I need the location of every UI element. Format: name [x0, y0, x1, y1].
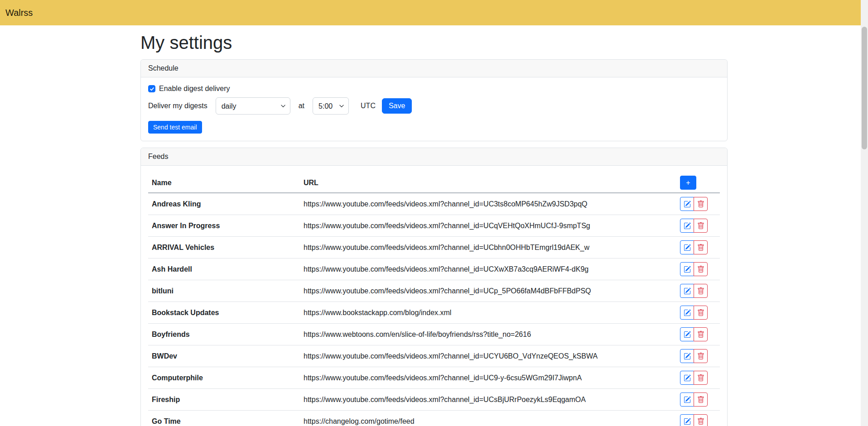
save-button[interactable]: Save — [382, 98, 412, 114]
table-row: BWDev https://www.youtube.com/feeds/vide… — [148, 345, 720, 367]
feed-actions-group — [680, 284, 708, 298]
send-test-email-button[interactable]: Send test email — [148, 121, 202, 134]
table-row: Answer In Progress https://www.youtube.c… — [148, 215, 720, 237]
delete-feed-button[interactable] — [694, 414, 708, 426]
enable-digest-row: Enable digest delivery — [148, 85, 720, 93]
time-select[interactable]: 5:00 — [313, 97, 349, 115]
feed-name: Bookstack Updates — [148, 302, 300, 324]
feed-name: Fireship — [148, 389, 300, 411]
edit-feed-button[interactable] — [680, 392, 694, 407]
feed-actions-group — [680, 392, 708, 407]
pencil-square-icon — [684, 396, 691, 403]
edit-feed-button[interactable] — [680, 240, 694, 254]
feeds-card: Feeds Name URL + Andreas Kling https://w… — [140, 148, 728, 426]
navbar-brand[interactable]: Walrss — [5, 8, 33, 18]
feed-name: Andreas Kling — [148, 193, 300, 215]
feed-url: https://www.webtoons.com/en/slice-of-lif… — [300, 324, 680, 345]
pencil-square-icon — [684, 331, 691, 338]
feed-actions-group — [680, 219, 708, 233]
feed-actions — [680, 193, 720, 215]
trash-icon — [697, 418, 704, 425]
table-row: Boyfriends https://www.webtoons.com/en/s… — [148, 324, 720, 345]
feed-url: https://www.youtube.com/feeds/videos.xml… — [300, 345, 680, 367]
feeds-table: Name URL + Andreas Kling https://www.you… — [148, 173, 720, 426]
pencil-square-icon — [684, 244, 691, 251]
frequency-select[interactable]: daily — [216, 97, 290, 115]
edit-feed-button[interactable] — [680, 284, 694, 298]
edit-feed-button[interactable] — [680, 219, 694, 233]
page-title: My settings — [140, 33, 728, 53]
edit-feed-button[interactable] — [680, 306, 694, 320]
feed-actions — [680, 280, 720, 302]
edit-feed-button[interactable] — [680, 197, 694, 211]
feed-url: https://www.youtube.com/feeds/videos.xml… — [300, 193, 680, 215]
table-row: ARRIVAL Vehicles https://www.youtube.com… — [148, 237, 720, 258]
schedule-controls-row: Deliver my digests daily at 5:00 — [148, 97, 720, 115]
feed-name: Boyfriends — [148, 324, 300, 345]
feed-url: https://www.youtube.com/feeds/videos.xml… — [300, 215, 680, 237]
feed-actions — [680, 389, 720, 411]
edit-feed-button[interactable] — [680, 262, 694, 276]
feed-url: https://www.youtube.com/feeds/videos.xml… — [300, 237, 680, 258]
pencil-square-icon — [684, 353, 691, 360]
feed-name: Answer In Progress — [148, 215, 300, 237]
pencil-square-icon — [684, 309, 691, 316]
feed-name: ARRIVAL Vehicles — [148, 237, 300, 258]
table-row: Andreas Kling https://www.youtube.com/fe… — [148, 193, 720, 215]
delete-feed-button[interactable] — [694, 197, 708, 211]
feed-actions — [680, 367, 720, 389]
trash-icon — [697, 331, 704, 338]
feed-actions — [680, 324, 720, 345]
trash-icon — [697, 374, 704, 382]
pencil-square-icon — [684, 201, 691, 208]
add-feed-button[interactable]: + — [680, 176, 696, 190]
feed-name: Go Time — [148, 411, 300, 426]
delete-feed-button[interactable] — [694, 327, 708, 341]
scrollbar-track[interactable] — [861, 0, 868, 426]
trash-icon — [697, 287, 704, 295]
feed-name: BWDev — [148, 345, 300, 367]
navbar: Walrss — [0, 0, 868, 25]
delete-feed-button[interactable] — [694, 284, 708, 298]
schedule-card-header: Schedule — [141, 60, 727, 77]
delete-feed-button[interactable] — [694, 240, 708, 254]
feed-actions-group — [680, 262, 708, 276]
edit-feed-button[interactable] — [680, 349, 694, 363]
delete-feed-button[interactable] — [694, 262, 708, 276]
edit-feed-button[interactable] — [680, 414, 694, 426]
enable-digest-checkbox[interactable] — [148, 85, 155, 92]
delete-feed-button[interactable] — [694, 306, 708, 320]
feed-actions-group — [680, 197, 708, 211]
at-label: at — [299, 102, 304, 110]
schedule-card-body: Enable digest delivery Deliver my digest… — [141, 77, 727, 141]
feed-actions — [680, 215, 720, 237]
feed-actions — [680, 237, 720, 258]
feed-actions-group — [680, 327, 708, 341]
edit-feed-button[interactable] — [680, 371, 694, 385]
delete-feed-button[interactable] — [694, 349, 708, 363]
check-icon — [149, 86, 154, 91]
delete-feed-button[interactable] — [694, 219, 708, 233]
pencil-square-icon — [684, 222, 691, 230]
table-row: Computerphile https://www.youtube.com/fe… — [148, 367, 720, 389]
trash-icon — [697, 309, 704, 316]
feed-url: https://changelog.com/gotime/feed — [300, 411, 680, 426]
trash-icon — [697, 222, 704, 230]
feed-actions-group — [680, 371, 708, 385]
delete-feed-button[interactable] — [694, 392, 708, 407]
enable-digest-label: Enable digest delivery — [159, 85, 230, 93]
feed-url: https://www.youtube.com/feeds/videos.xml… — [300, 280, 680, 302]
trash-icon — [697, 201, 704, 208]
feeds-card-body: Name URL + Andreas Kling https://www.you… — [141, 166, 727, 426]
feeds-card-header: Feeds — [141, 148, 727, 166]
table-row: Ash Hardell https://www.youtube.com/feed… — [148, 258, 720, 280]
delete-feed-button[interactable] — [694, 371, 708, 385]
scrollbar-thumb[interactable] — [862, 27, 867, 149]
main-container: My settings Schedule Enable digest deliv… — [135, 33, 733, 426]
feed-actions — [680, 258, 720, 280]
feeds-table-body: Andreas Kling https://www.youtube.com/fe… — [148, 193, 720, 426]
pencil-square-icon — [684, 266, 691, 273]
edit-feed-button[interactable] — [680, 327, 694, 341]
feed-actions — [680, 345, 720, 367]
feed-actions-group — [680, 240, 708, 254]
